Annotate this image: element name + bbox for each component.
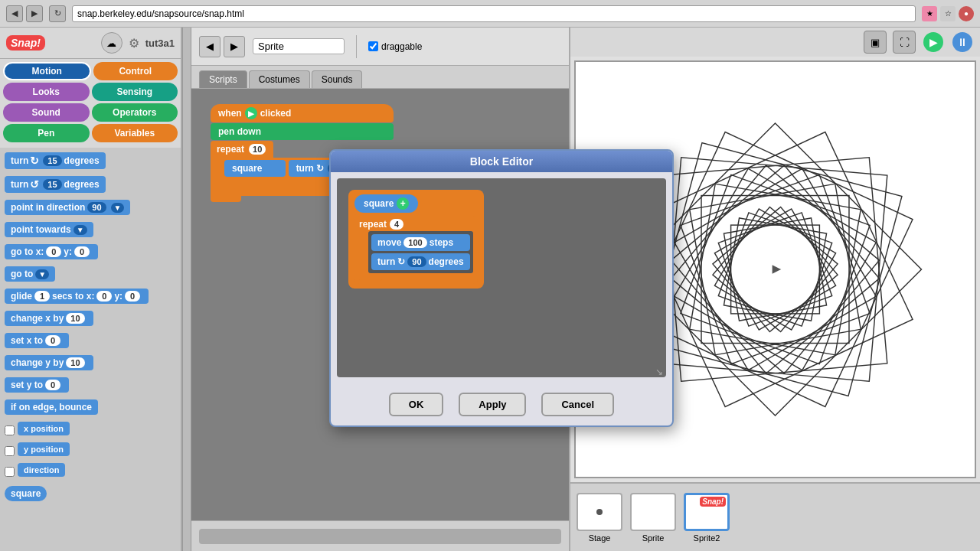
sprite2-snap-badge: Snap! — [700, 497, 726, 507]
block-turn-cw[interactable]: turn ↻ 15 degrees — [5, 152, 106, 169]
stage-controls: ▣ ⛶ ▶ ⏸ — [570, 28, 980, 57]
sprite-arrows: ◀ ▶ — [199, 36, 245, 57]
gear-button[interactable]: ⚙ — [129, 36, 139, 51]
category-sound[interactable]: Sound — [3, 103, 90, 122]
stage-thumbnail[interactable]: Stage — [577, 493, 622, 543]
block-editor-dialog[interactable]: Block Editor square + repeat 4 — [329, 149, 674, 427]
block-square-in-repeat[interactable]: square — [224, 160, 286, 177]
block-edge-bounce[interactable]: if on edge, bounce — [5, 399, 98, 415]
pause-icon: ⏸ — [952, 32, 972, 52]
snap-header: Snap! ☁ ⚙ tut3a1 — [0, 28, 181, 59]
block-change-y[interactable]: change y by 10 — [5, 355, 93, 370]
stage-image — [577, 493, 622, 531]
be-repeat-block[interactable]: repeat 4 move 100 steps turn ↻ — [354, 216, 478, 284]
middle-bottom-bar — [191, 520, 569, 551]
block-editor-title: Block Editor — [470, 155, 533, 168]
sprite2-thumbnail[interactable]: Snap! Sprite2 — [684, 493, 730, 543]
category-control[interactable]: Control — [93, 62, 178, 80]
snap-logo[interactable]: Snap! — [6, 35, 45, 51]
block-x-position[interactable]: x position — [18, 422, 70, 435]
svg-marker-24 — [773, 265, 782, 274]
panel-separator[interactable] — [182, 28, 191, 551]
forward-button[interactable]: ▶ — [26, 5, 43, 22]
be-square-label-block[interactable]: square + — [354, 194, 418, 213]
arrow-right-button[interactable]: ▶ — [224, 36, 245, 57]
category-pen[interactable]: Pen — [3, 124, 90, 142]
sprite2-label: Sprite2 — [694, 533, 720, 543]
block-glide[interactable]: glide 1 secs to x: 0 y: 0 — [5, 289, 149, 304]
apply-button[interactable]: Apply — [459, 393, 526, 416]
category-variables[interactable]: Variables — [92, 124, 178, 142]
blocks-list: turn ↻ 15 degrees turn ↺ 15 degrees poin… — [0, 148, 181, 551]
tab-costumes[interactable]: Costumes — [249, 70, 310, 88]
block-y-position[interactable]: y position — [18, 442, 70, 456]
sprite1-label: Sprite — [642, 533, 665, 543]
save-cloud-button[interactable]: ☁ — [101, 32, 122, 54]
url-bar[interactable] — [72, 5, 916, 22]
stage-label: Stage — [589, 533, 611, 543]
block-goto-xy[interactable]: go to x: 0 y: 0 — [5, 244, 98, 259]
block-change-x[interactable]: change x by 10 — [5, 311, 93, 326]
block-set-y[interactable]: set y to 0 — [5, 377, 69, 393]
block-direction[interactable]: direction — [18, 463, 65, 477]
refresh-button[interactable]: ↻ — [49, 5, 66, 22]
left-panel: Snap! ☁ ⚙ tut3a1 Motion Control Looks Se… — [0, 28, 182, 551]
be-c-bottom — [359, 275, 382, 281]
category-looks[interactable]: Looks — [3, 83, 90, 101]
pause-button[interactable]: ⏸ — [951, 31, 974, 54]
be-outer-block[interactable]: square + repeat 4 move 100 — [348, 190, 484, 289]
tab-sounds[interactable]: Sounds — [312, 70, 363, 88]
hat-block-when-clicked[interactable]: when ▶ clicked — [211, 104, 394, 122]
nav-buttons: ◀ ▶ ↻ — [6, 5, 66, 22]
block-goto[interactable]: go to ▼ — [5, 266, 55, 282]
extension-icon: ★ — [922, 6, 937, 21]
full-screen-button[interactable]: ⛶ — [893, 31, 916, 54]
block-editor-content: square + repeat 4 move 100 — [337, 178, 666, 377]
user-icon: ● — [959, 6, 974, 21]
green-flag-icon: ▶ — [923, 32, 943, 52]
draggable-label[interactable]: draggable — [368, 41, 422, 52]
small-stage-button[interactable]: ▣ — [864, 31, 887, 54]
block-point-direction[interactable]: point in direction 90 ▼ — [5, 200, 130, 215]
category-operators[interactable]: Operators — [92, 103, 178, 122]
sprite-name-input[interactable] — [253, 38, 345, 54]
browser-toolbar: ◀ ▶ ↻ ★ ☆ ● — [0, 0, 980, 28]
divider — [356, 35, 357, 58]
sprite-header: ◀ ▶ draggable — [191, 28, 569, 66]
sprite2-image: Snap! — [684, 493, 730, 531]
be-turn-block[interactable]: turn ↻ 90 degrees — [371, 253, 470, 270]
be-resize-handle[interactable]: ↘ — [655, 367, 666, 377]
x-position-checkbox[interactable] — [5, 425, 15, 435]
draggable-checkbox[interactable] — [368, 41, 378, 51]
block-turn-ccw[interactable]: turn ↺ 15 degrees — [5, 176, 106, 193]
cancel-button[interactable]: Cancel — [541, 393, 614, 416]
ok-button[interactable]: OK — [389, 393, 444, 416]
scroll-bar[interactable] — [199, 529, 561, 544]
sprite1-thumbnail[interactable]: Sprite — [630, 493, 676, 543]
categories: Motion Control Looks Sensing Sound Opera… — [0, 59, 181, 148]
sprites-row: Stage Sprite Snap! Sprite2 — [570, 482, 980, 551]
green-flag-button[interactable]: ▶ — [922, 31, 945, 54]
back-button[interactable]: ◀ — [6, 5, 23, 22]
project-title: tut3a1 — [145, 37, 175, 49]
direction-checkbox[interactable] — [5, 467, 15, 477]
block-square-custom[interactable]: square — [5, 486, 47, 501]
sprite1-image — [630, 493, 676, 531]
block-set-x[interactable]: set x to 0 — [5, 333, 69, 348]
category-motion[interactable]: Motion — [3, 62, 91, 80]
y-position-checkbox[interactable] — [5, 446, 15, 456]
be-buttons: OK Apply Cancel — [331, 383, 672, 425]
tab-scripts[interactable]: Scripts — [199, 70, 247, 88]
be-move-block[interactable]: move 100 steps — [371, 234, 470, 251]
category-sensing[interactable]: Sensing — [92, 83, 178, 101]
stage-dot — [596, 509, 603, 515]
be-c-inner: move 100 steps turn ↻ 90 degrees — [368, 231, 473, 273]
block-point-towards[interactable]: point towards ▼ — [5, 222, 93, 237]
arrow-left-button[interactable]: ◀ — [199, 36, 220, 57]
block-editor-title-bar[interactable]: Block Editor — [331, 151, 672, 172]
bookmark-icon: ☆ — [940, 6, 956, 21]
block-pen-down[interactable]: pen down — [211, 123, 394, 140]
script-tabs: Scripts Costumes Sounds — [191, 66, 569, 89]
